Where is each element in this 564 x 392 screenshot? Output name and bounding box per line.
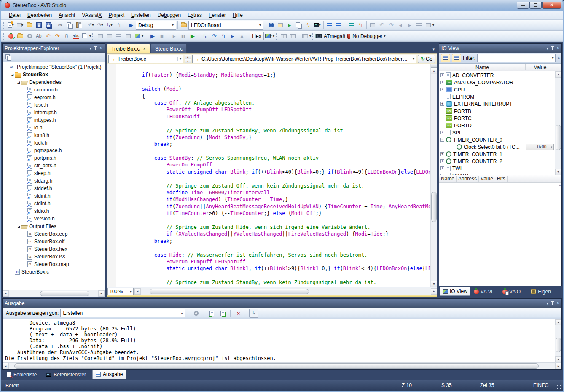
comment-button[interactable]: [346, 21, 356, 30]
find-message-button[interactable]: [191, 309, 201, 318]
expander-icon[interactable]: −: [440, 138, 444, 142]
scroll-left-icon[interactable]: ◂: [134, 288, 141, 295]
filter-combo[interactable]: ▾: [477, 54, 556, 62]
detail-column-bits[interactable]: Bits: [495, 176, 508, 182]
run-button[interactable]: ▶: [188, 32, 197, 40]
tree-item[interactable]: common.h: [3, 86, 105, 94]
minimize-button[interactable]: [517, 2, 529, 9]
io-register-row[interactable]: +TIMER_COUNTER_1: [439, 150, 555, 158]
run-to-cursor-button[interactable]: ▸: [228, 32, 237, 40]
tree-item[interactable]: sleep.h: [3, 169, 105, 177]
expander-icon[interactable]: +: [440, 166, 444, 170]
spin-down-icon[interactable]: ▾: [185, 59, 191, 63]
step-over-button[interactable]: ↷: [209, 32, 219, 40]
io-register-row[interactable]: +ADANALOG_COMPARATOR: [439, 79, 555, 86]
indent-decrease-button[interactable]: [325, 21, 334, 30]
tree-expand-icon[interactable]: ◢: [10, 73, 15, 77]
toolbar-overflow-icon[interactable]: ▾: [384, 34, 386, 38]
code-area[interactable]: if(Taster) {Modi=StandBy; ModiHasChanged…: [116, 64, 430, 287]
tree-item[interactable]: inttypes.h: [3, 116, 105, 124]
chevron-down-icon[interactable]: ▾: [130, 290, 132, 293]
menu-item-datei[interactable]: Datei: [5, 11, 24, 19]
close-panel-icon[interactable]: ×: [557, 301, 559, 306]
clear-output-button[interactable]: ×: [234, 309, 243, 318]
indent-increase-button[interactable]: [334, 21, 344, 30]
io-register-row[interactable]: +TWI: [439, 165, 555, 172]
cut-button[interactable]: ✂: [56, 21, 65, 30]
scroll-right-icon[interactable]: ▸: [431, 288, 437, 295]
find-symbol-button[interactable]: [266, 21, 276, 30]
spin-up-icon[interactable]: ▴: [185, 55, 191, 59]
io-register-row[interactable]: +SPI: [439, 129, 555, 136]
toolbar-overflow-icon[interactable]: »: [557, 56, 560, 60]
bookmark-clear-button[interactable]: [424, 21, 433, 30]
tree-item[interactable]: ◢Dependencies: [3, 78, 105, 86]
panel-tab-va-vi-[interactable]: VA Vi...: [471, 287, 499, 296]
bookmark-toggle-button[interactable]: [368, 21, 377, 30]
tree-item[interactable]: ◢SteuerBox: [3, 71, 105, 78]
hex-toggle-button[interactable]: Hex: [250, 32, 264, 40]
panel-tab-eigen-[interactable]: Eigen...: [528, 287, 558, 296]
tree-item[interactable]: 01SteuerBox.elf: [3, 238, 105, 245]
io-register-row[interactable]: EEPROM: [439, 93, 555, 100]
scrollbar-thumb[interactable]: [14, 363, 539, 369]
create-implementation-button[interactable]: [124, 32, 133, 40]
tab-close-icon[interactable]: ×: [143, 46, 146, 51]
bottom-tab-befehlsfenster[interactable]: Befehlsfenster: [43, 370, 89, 379]
scroll-left-icon[interactable]: ◂: [3, 290, 9, 297]
device-indicator[interactable]: [316, 32, 322, 40]
splitter-handle[interactable]: [431, 64, 437, 68]
navigate-forward-button[interactable]: ↰: [114, 21, 124, 30]
tree-item[interactable]: stdarg.h: [3, 177, 105, 185]
tree-item[interactable]: fuse.h: [3, 101, 105, 109]
io-register-row[interactable]: I/OPORTB: [439, 107, 555, 115]
detail-column-name[interactable]: Name: [439, 176, 457, 182]
rename-button[interactable]: [105, 32, 114, 40]
prev-message-button[interactable]: [207, 309, 216, 318]
tree-item[interactable]: stdint.h: [3, 192, 105, 200]
undo-button[interactable]: ↶▾: [86, 21, 96, 30]
expander-icon[interactable]: +: [440, 131, 444, 134]
chevron-down-icon[interactable]: ▾: [552, 56, 553, 60]
scrollbar-thumb[interactable]: [431, 192, 437, 222]
disable-breakpoints-button[interactable]: [301, 32, 310, 40]
scrollbar-thumb[interactable]: [556, 338, 561, 352]
title-bar[interactable]: SteuerBox - AVR Studio ×: [1, 0, 563, 11]
io-register-row[interactable]: +AD_CONVERTER: [439, 72, 555, 79]
registers-view-toggle[interactable]: [441, 54, 450, 62]
bookmark-prev-doc-button[interactable]: ◂: [396, 21, 405, 30]
output-vscrollbar[interactable]: ▲ ▼: [555, 319, 561, 362]
symbol-combo[interactable]: → TreiberBox.c ▾: [108, 55, 183, 63]
export-button[interactable]: [294, 21, 303, 30]
toolbar-overflow-icon[interactable]: ▾: [89, 34, 91, 38]
vax-open-file-button[interactable]: [16, 32, 25, 40]
symbol-spinner[interactable]: ▴ ▾: [185, 55, 191, 63]
go-button[interactable]: ↻ Go: [418, 55, 435, 63]
breakpoints-window-button[interactable]: [288, 32, 298, 40]
bookmark-folder-button[interactable]: [414, 21, 424, 30]
solution-config-combo[interactable]: Debug ▾: [136, 21, 176, 30]
output-text[interactable]: Device: atmega8 Program: 6572 bytes (80.…: [3, 319, 555, 362]
tree-item[interactable]: lock.h: [3, 139, 105, 147]
tree-item[interactable]: stddef.h: [3, 185, 105, 192]
menu-item-bearbeiten[interactable]: Bearbeiten: [24, 11, 55, 19]
show-next-statement-button[interactable]: ▸: [169, 32, 179, 40]
scrollbar-thumb[interactable]: [150, 289, 309, 294]
tree-item[interactable]: stdio.h: [3, 207, 105, 215]
io-register-row[interactable]: +EXTERNAL_INTERRUPT: [439, 100, 555, 107]
chevron-down-icon[interactable]: ▾: [177, 57, 181, 61]
start-debug-button[interactable]: ▶: [126, 21, 136, 30]
io-register-row[interactable]: Clock Select0 bit 0 (TC......0x00▾: [439, 143, 555, 150]
window-position-icon[interactable]: ▾: [89, 46, 91, 51]
tree-item[interactable]: cSteuerBox.c: [3, 268, 105, 276]
expander-icon[interactable]: +: [440, 81, 444, 84]
tree-item[interactable]: 01SteuerBox.lss: [3, 253, 105, 260]
auto-step-button[interactable]: [279, 32, 288, 40]
scroll-up-icon[interactable]: ▲: [555, 319, 561, 325]
pin-button[interactable]: [551, 46, 554, 50]
io-view-header[interactable]: IO View ▾ ×: [439, 44, 561, 53]
pin-button[interactable]: [551, 301, 554, 305]
save-button[interactable]: [34, 21, 43, 30]
scroll-right-icon[interactable]: ▸: [98, 290, 105, 297]
toolbar-grip[interactable]: [92, 33, 94, 40]
